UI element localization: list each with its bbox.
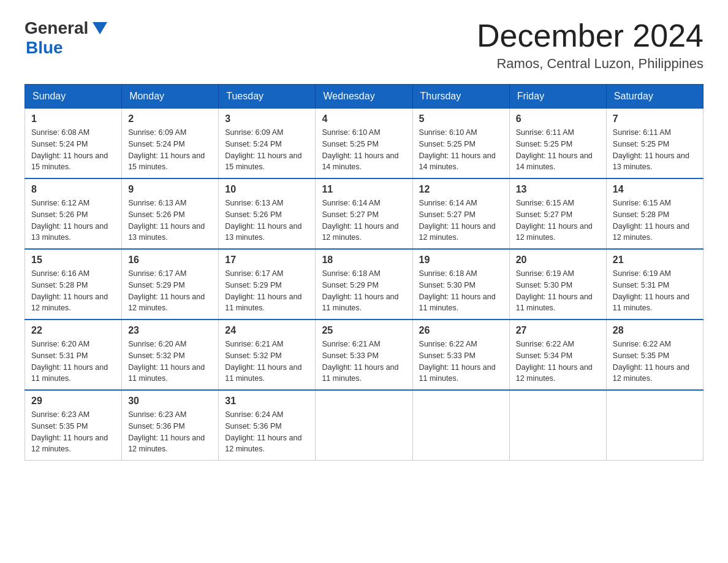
sunset-label: Sunset: 5:30 PM [516, 281, 572, 289]
day-number: 13 [516, 184, 600, 195]
calendar-cell: 10 Sunrise: 6:13 AM Sunset: 5:26 PM Dayl… [219, 178, 316, 249]
daylight-label: Daylight: 11 hours and 13 minutes. [613, 151, 689, 172]
daylight-label: Daylight: 11 hours and 12 minutes. [613, 222, 689, 242]
sunset-label: Sunset: 5:29 PM [322, 281, 378, 289]
title-block: December 2024 Ramos, Central Luzon, Phil… [477, 18, 703, 72]
calendar-week-row: 1 Sunrise: 6:08 AM Sunset: 5:24 PM Dayli… [25, 109, 703, 179]
daylight-label: Daylight: 11 hours and 15 minutes. [128, 151, 205, 172]
sunset-label: Sunset: 5:32 PM [225, 351, 281, 360]
day-number: 10 [225, 184, 309, 195]
calendar-cell: 29 Sunrise: 6:23 AM Sunset: 5:35 PM Dayl… [25, 390, 122, 461]
sunrise-label: Sunrise: 6:18 AM [322, 269, 380, 278]
calendar-cell: 26 Sunrise: 6:22 AM Sunset: 5:33 PM Dayl… [412, 320, 509, 390]
day-number: 24 [225, 325, 309, 336]
day-info: Sunrise: 6:18 AM Sunset: 5:29 PM Dayligh… [322, 268, 406, 314]
sunset-label: Sunset: 5:27 PM [322, 210, 378, 219]
daylight-label: Daylight: 11 hours and 11 minutes. [419, 293, 496, 313]
day-number: 19 [419, 255, 503, 266]
calendar-cell: 31 Sunrise: 6:24 AM Sunset: 5:36 PM Dayl… [219, 390, 316, 461]
calendar-header-row: SundayMondayTuesdayWednesdayThursdayFrid… [25, 85, 703, 109]
day-number: 11 [322, 184, 406, 195]
day-number: 3 [225, 113, 309, 124]
calendar-cell: 20 Sunrise: 6:19 AM Sunset: 5:30 PM Dayl… [509, 249, 606, 320]
day-info: Sunrise: 6:23 AM Sunset: 5:36 PM Dayligh… [128, 409, 212, 455]
day-info: Sunrise: 6:18 AM Sunset: 5:30 PM Dayligh… [419, 268, 503, 314]
col-header-saturday: Saturday [606, 85, 703, 109]
sunrise-label: Sunrise: 6:14 AM [322, 199, 380, 207]
sunrise-label: Sunrise: 6:17 AM [225, 269, 283, 278]
calendar-cell: 22 Sunrise: 6:20 AM Sunset: 5:31 PM Dayl… [25, 320, 122, 390]
day-number: 4 [322, 113, 406, 124]
daylight-label: Daylight: 11 hours and 11 minutes. [322, 363, 398, 383]
sunset-label: Sunset: 5:27 PM [516, 210, 572, 219]
calendar-cell: 30 Sunrise: 6:23 AM Sunset: 5:36 PM Dayl… [122, 390, 219, 461]
day-info: Sunrise: 6:17 AM Sunset: 5:29 PM Dayligh… [128, 268, 212, 314]
sunrise-label: Sunrise: 6:19 AM [613, 269, 671, 278]
calendar-week-row: 8 Sunrise: 6:12 AM Sunset: 5:26 PM Dayli… [25, 178, 703, 249]
day-number: 21 [613, 255, 697, 266]
sunset-label: Sunset: 5:25 PM [419, 140, 476, 148]
calendar-cell: 12 Sunrise: 6:14 AM Sunset: 5:27 PM Dayl… [412, 178, 509, 249]
calendar-cell [316, 390, 412, 461]
daylight-label: Daylight: 11 hours and 11 minutes. [322, 293, 398, 313]
sunrise-label: Sunrise: 6:19 AM [516, 269, 574, 278]
calendar-cell: 19 Sunrise: 6:18 AM Sunset: 5:30 PM Dayl… [412, 249, 509, 320]
daylight-label: Daylight: 11 hours and 11 minutes. [225, 293, 301, 313]
daylight-label: Daylight: 11 hours and 14 minutes. [419, 151, 496, 172]
sunset-label: Sunset: 5:30 PM [419, 281, 476, 289]
calendar-table: SundayMondayTuesdayWednesdayThursdayFrid… [25, 84, 703, 461]
day-number: 30 [128, 396, 212, 407]
calendar-week-row: 29 Sunrise: 6:23 AM Sunset: 5:35 PM Dayl… [25, 390, 703, 461]
daylight-label: Daylight: 11 hours and 12 minutes. [128, 293, 205, 313]
day-info: Sunrise: 6:11 AM Sunset: 5:25 PM Dayligh… [613, 127, 697, 173]
daylight-label: Daylight: 11 hours and 12 minutes. [613, 363, 689, 383]
daylight-label: Daylight: 11 hours and 15 minutes. [225, 151, 301, 172]
daylight-label: Daylight: 11 hours and 12 minutes. [128, 434, 205, 454]
day-info: Sunrise: 6:13 AM Sunset: 5:26 PM Dayligh… [225, 197, 309, 243]
sunrise-label: Sunrise: 6:13 AM [128, 199, 186, 207]
calendar-cell: 15 Sunrise: 6:16 AM Sunset: 5:28 PM Dayl… [25, 249, 122, 320]
day-info: Sunrise: 6:20 AM Sunset: 5:32 PM Dayligh… [128, 339, 212, 385]
day-info: Sunrise: 6:19 AM Sunset: 5:31 PM Dayligh… [613, 268, 697, 314]
daylight-label: Daylight: 11 hours and 12 minutes. [419, 222, 496, 242]
sunrise-label: Sunrise: 6:23 AM [31, 410, 89, 419]
day-number: 17 [225, 255, 309, 266]
calendar-cell: 1 Sunrise: 6:08 AM Sunset: 5:24 PM Dayli… [25, 109, 122, 179]
day-info: Sunrise: 6:21 AM Sunset: 5:33 PM Dayligh… [322, 339, 406, 385]
sunrise-label: Sunrise: 6:13 AM [225, 199, 283, 207]
col-header-wednesday: Wednesday [316, 85, 412, 109]
sunset-label: Sunset: 5:29 PM [128, 281, 184, 289]
sunset-label: Sunset: 5:26 PM [225, 210, 281, 219]
sunrise-label: Sunrise: 6:20 AM [128, 340, 186, 348]
sunrise-label: Sunrise: 6:22 AM [516, 340, 574, 348]
day-number: 6 [516, 113, 600, 124]
sunset-label: Sunset: 5:33 PM [419, 351, 476, 360]
col-header-thursday: Thursday [412, 85, 509, 109]
calendar-cell: 13 Sunrise: 6:15 AM Sunset: 5:27 PM Dayl… [509, 178, 606, 249]
calendar-cell: 27 Sunrise: 6:22 AM Sunset: 5:34 PM Dayl… [509, 320, 606, 390]
day-info: Sunrise: 6:11 AM Sunset: 5:25 PM Dayligh… [516, 127, 600, 173]
sunrise-label: Sunrise: 6:24 AM [225, 410, 283, 419]
calendar-cell: 4 Sunrise: 6:10 AM Sunset: 5:25 PM Dayli… [316, 109, 412, 179]
day-number: 16 [128, 255, 212, 266]
day-number: 29 [31, 396, 115, 407]
sunset-label: Sunset: 5:24 PM [225, 140, 281, 148]
sunrise-label: Sunrise: 6:21 AM [225, 340, 283, 348]
daylight-label: Daylight: 11 hours and 12 minutes. [322, 222, 398, 242]
daylight-label: Daylight: 11 hours and 11 minutes. [225, 363, 301, 383]
sunset-label: Sunset: 5:27 PM [419, 210, 476, 219]
calendar-cell: 11 Sunrise: 6:14 AM Sunset: 5:27 PM Dayl… [316, 178, 412, 249]
daylight-label: Daylight: 11 hours and 13 minutes. [225, 222, 301, 242]
day-info: Sunrise: 6:09 AM Sunset: 5:24 PM Dayligh… [225, 127, 309, 173]
day-number: 28 [613, 325, 697, 336]
day-number: 9 [128, 184, 212, 195]
day-info: Sunrise: 6:17 AM Sunset: 5:29 PM Dayligh… [225, 268, 309, 314]
daylight-label: Daylight: 11 hours and 11 minutes. [128, 363, 205, 383]
sunrise-label: Sunrise: 6:18 AM [419, 269, 477, 278]
sunrise-label: Sunrise: 6:12 AM [31, 199, 89, 207]
sunrise-label: Sunrise: 6:21 AM [322, 340, 380, 348]
sunset-label: Sunset: 5:25 PM [613, 140, 669, 148]
day-number: 5 [419, 113, 503, 124]
day-info: Sunrise: 6:24 AM Sunset: 5:36 PM Dayligh… [225, 409, 309, 455]
col-header-tuesday: Tuesday [219, 85, 316, 109]
